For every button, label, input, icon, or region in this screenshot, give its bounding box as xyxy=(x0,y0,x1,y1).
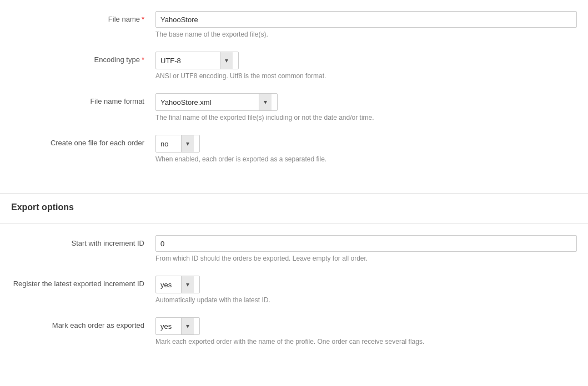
mark-each-order-select-wrapper: yes no xyxy=(155,317,200,335)
file-name-format-label: File name format xyxy=(11,93,155,106)
register-latest-dropdown-btn[interactable] xyxy=(181,276,194,293)
required-star-encoding: * xyxy=(142,55,144,64)
create-one-file-hint: When enabled, each order is exported as … xyxy=(155,155,577,163)
encoding-type-dropdown-btn[interactable] xyxy=(220,52,233,69)
file-name-label: File name* xyxy=(11,11,155,24)
register-latest-select[interactable]: yes no xyxy=(156,278,181,292)
encoding-type-hint: ANSI or UTF8 encoding. Utf8 is the most … xyxy=(155,72,577,80)
create-one-file-select-wrapper: no yes xyxy=(155,135,200,153)
mark-each-order-label: Mark each order as exported xyxy=(11,317,155,331)
mark-each-order-field: yes no Mark each exported order with the… xyxy=(155,317,577,346)
file-name-format-select-wrapper: YahooStore.xml xyxy=(155,93,278,111)
file-name-field: The base name of the exported file(s). xyxy=(155,11,577,38)
register-latest-hint: Automatically update with the latest ID. xyxy=(155,296,577,304)
mark-each-order-select[interactable]: yes no xyxy=(156,319,181,333)
start-increment-hint: From which ID should the orders be expor… xyxy=(155,255,577,262)
start-increment-input[interactable] xyxy=(155,235,577,252)
encoding-type-select-wrapper: UTF-8 ANSI xyxy=(155,52,239,69)
register-latest-field: yes no Automatically update with the lat… xyxy=(155,276,577,304)
create-one-file-select[interactable]: no yes xyxy=(156,137,181,151)
required-star: * xyxy=(142,15,144,23)
file-name-hint: The base name of the exported file(s). xyxy=(155,31,577,38)
mark-each-order-hint: Mark each exported order with the name o… xyxy=(155,338,577,346)
mark-each-order-dropdown-btn[interactable] xyxy=(181,318,194,334)
register-latest-select-wrapper: yes no xyxy=(155,276,200,293)
file-name-format-select[interactable]: YahooStore.xml xyxy=(156,95,259,109)
create-one-file-field: no yes When enabled, each order is expor… xyxy=(155,135,577,163)
encoding-type-select[interactable]: UTF-8 ANSI xyxy=(156,54,220,68)
file-name-format-dropdown-btn[interactable] xyxy=(259,94,272,110)
create-one-file-dropdown-btn[interactable] xyxy=(181,135,194,152)
encoding-type-label: Encoding type* xyxy=(11,52,155,65)
file-name-input[interactable] xyxy=(155,11,577,28)
export-options-title: Export options xyxy=(0,194,588,218)
create-one-file-label: Create one file for each order xyxy=(11,135,155,148)
start-increment-field: From which ID should the orders be expor… xyxy=(155,235,577,262)
file-name-format-field: YahooStore.xml The final name of the exp… xyxy=(155,93,577,121)
encoding-type-field: UTF-8 ANSI ANSI or UTF8 encoding. Utf8 i… xyxy=(155,52,577,80)
start-increment-label: Start with increment ID xyxy=(11,235,155,248)
file-name-format-hint: The final name of the exported file(s) i… xyxy=(155,114,577,121)
register-latest-label: Register the latest exported increment I… xyxy=(11,276,155,289)
